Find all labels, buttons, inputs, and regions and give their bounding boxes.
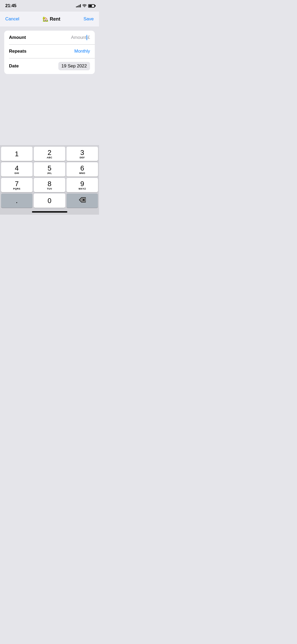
key-8[interactable]: 8 TUV [34,178,65,192]
keyboard: 1 2 ABC 3 DEF 4 GHI 5 JKL 6 MNO 7 PQRS [0,145,99,215]
key-0[interactable]: 0 [34,194,65,208]
nav-bar: Cancel 🏡 Rent Save [0,12,99,26]
amount-input[interactable]: Amount £ [71,35,90,40]
text-cursor [87,35,87,40]
key-1[interactable]: 1 [1,147,32,161]
title-text: Rent [50,16,60,22]
battery-icon [88,4,95,8]
repeats-label: Repeats [9,49,26,54]
home-bar [32,211,67,213]
date-row[interactable]: Date 19 Sep 2022 [4,58,95,74]
key-2[interactable]: 2 ABC [34,147,65,161]
key-5[interactable]: 5 JKL [34,162,65,177]
keyboard-row-3: 7 PQRS 8 TUV 9 WXYZ [1,178,98,192]
keyboard-row-2: 4 GHI 5 JKL 6 MNO [1,162,98,177]
repeats-value: Monthly [74,49,90,54]
date-value[interactable]: 19 Sep 2022 [58,62,90,70]
keyboard-row-4: . 0 [1,194,98,208]
status-time: 21:45 [5,3,16,8]
form-card: Amount Amount £ Repeats Monthly Date 19 … [4,31,95,74]
key-9[interactable]: 9 WXYZ [67,178,98,192]
repeats-row[interactable]: Repeats Monthly [4,44,95,58]
title-emoji: 🏡 [43,16,48,22]
status-bar: 21:45 [0,0,99,12]
home-indicator [1,209,98,214]
key-dot[interactable]: . [1,194,32,208]
save-button[interactable]: Save [83,16,94,22]
delete-icon [79,197,86,204]
content-area [0,78,99,152]
key-6[interactable]: 6 MNO [67,162,98,177]
signal-icon [76,4,81,7]
date-label: Date [9,63,19,69]
amount-label: Amount [9,35,26,40]
status-icons [76,4,95,8]
key-delete[interactable] [67,194,98,208]
key-7[interactable]: 7 PQRS [1,178,32,192]
wifi-icon [82,4,87,8]
keyboard-row-1: 1 2 ABC 3 DEF [1,147,98,161]
key-4[interactable]: 4 GHI [1,162,32,177]
currency-symbol: £ [88,35,90,40]
amount-placeholder: Amount [71,35,87,40]
nav-title: 🏡 Rent [43,16,60,22]
cancel-button[interactable]: Cancel [5,16,19,22]
amount-row[interactable]: Amount Amount £ [4,31,95,44]
key-3[interactable]: 3 DEF [67,147,98,161]
